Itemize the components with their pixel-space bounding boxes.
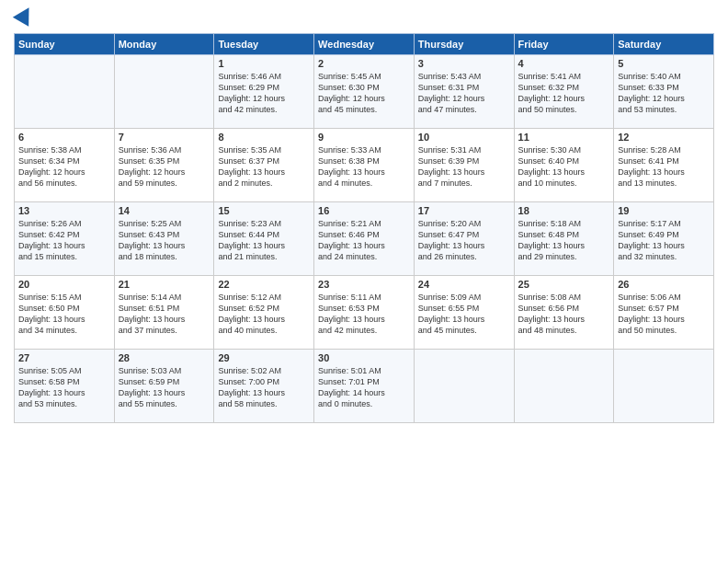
cell-day-content: Sunrise: 5:35 AMSunset: 6:37 PMDaylight:…	[218, 144, 310, 190]
cell-day-number: 14	[119, 205, 210, 216]
cell-day-number: 26	[618, 279, 710, 290]
cell-day-number: 25	[518, 279, 610, 290]
calendar-cell	[514, 350, 614, 423]
calendar-cell: 29Sunrise: 5:02 AMSunset: 7:00 PMDayligh…	[214, 350, 314, 423]
cell-day-content: Sunrise: 5:20 AMSunset: 6:47 PMDaylight:…	[418, 218, 510, 263]
cell-day-content: Sunrise: 5:14 AMSunset: 6:51 PMDaylight:…	[119, 292, 210, 337]
cell-day-number: 11	[518, 132, 610, 143]
weekday-header-friday: Friday	[514, 34, 614, 55]
calendar-cell: 18Sunrise: 5:18 AMSunset: 6:48 PMDayligh…	[514, 202, 614, 276]
cell-day-content: Sunrise: 5:23 AMSunset: 6:44 PMDaylight:…	[218, 218, 310, 263]
cell-day-content: Sunrise: 5:06 AMSunset: 6:57 PMDaylight:…	[618, 292, 710, 337]
calendar-cell: 25Sunrise: 5:08 AMSunset: 6:56 PMDayligh…	[514, 276, 614, 350]
cell-day-number: 4	[518, 58, 610, 69]
calendar-cell: 8Sunrise: 5:35 AMSunset: 6:37 PMDaylight…	[214, 129, 314, 202]
calendar-cell: 3Sunrise: 5:43 AMSunset: 6:31 PMDaylight…	[414, 55, 514, 129]
logo	[14, 9, 34, 26]
cell-day-content: Sunrise: 5:33 AMSunset: 6:38 PMDaylight:…	[318, 144, 410, 190]
cell-day-number: 16	[318, 205, 410, 216]
calendar-cell: 26Sunrise: 5:06 AMSunset: 6:57 PMDayligh…	[614, 276, 714, 350]
cell-day-content: Sunrise: 5:17 AMSunset: 6:49 PMDaylight:…	[618, 218, 710, 263]
cell-day-number: 20	[18, 279, 110, 290]
cell-day-content: Sunrise: 5:18 AMSunset: 6:48 PMDaylight:…	[518, 218, 610, 263]
cell-day-content: Sunrise: 5:31 AMSunset: 6:39 PMDaylight:…	[418, 144, 510, 190]
weekday-header-tuesday: Tuesday	[214, 34, 314, 55]
cell-day-number: 30	[318, 352, 410, 363]
calendar-cell	[414, 350, 514, 423]
calendar-cell: 1Sunrise: 5:46 AMSunset: 6:29 PMDaylight…	[214, 55, 314, 129]
cell-day-number: 24	[418, 279, 510, 290]
cell-day-number: 7	[119, 132, 210, 143]
calendar-cell: 4Sunrise: 5:41 AMSunset: 6:32 PMDaylight…	[514, 55, 614, 129]
cell-day-number: 9	[318, 132, 410, 143]
cell-day-number: 8	[218, 132, 310, 143]
cell-day-number: 15	[218, 205, 310, 216]
calendar-cell: 22Sunrise: 5:12 AMSunset: 6:52 PMDayligh…	[214, 276, 314, 350]
cell-day-content: Sunrise: 5:15 AMSunset: 6:50 PMDaylight:…	[18, 292, 110, 337]
cell-day-number: 19	[618, 205, 710, 216]
cell-day-content: Sunrise: 5:12 AMSunset: 6:52 PMDaylight:…	[218, 292, 310, 337]
calendar-cell: 24Sunrise: 5:09 AMSunset: 6:55 PMDayligh…	[414, 276, 514, 350]
cell-day-number: 1	[218, 58, 310, 69]
cell-day-number: 17	[418, 205, 510, 216]
calendar-cell: 21Sunrise: 5:14 AMSunset: 6:51 PMDayligh…	[114, 276, 214, 350]
calendar-cell: 6Sunrise: 5:38 AMSunset: 6:34 PMDaylight…	[15, 129, 115, 202]
cell-day-number: 23	[318, 279, 410, 290]
calendar-cell: 20Sunrise: 5:15 AMSunset: 6:50 PMDayligh…	[15, 276, 115, 350]
cell-day-number: 29	[218, 352, 310, 363]
cell-day-content: Sunrise: 5:46 AMSunset: 6:29 PMDaylight:…	[218, 71, 310, 116]
calendar-header-row: SundayMondayTuesdayWednesdayThursdayFrid…	[15, 34, 714, 55]
calendar-cell: 14Sunrise: 5:25 AMSunset: 6:43 PMDayligh…	[114, 202, 214, 276]
calendar-cell: 9Sunrise: 5:33 AMSunset: 6:38 PMDaylight…	[314, 129, 415, 202]
calendar-cell: 5Sunrise: 5:40 AMSunset: 6:33 PMDaylight…	[614, 55, 714, 129]
calendar-cell: 11Sunrise: 5:30 AMSunset: 6:40 PMDayligh…	[514, 129, 614, 202]
weekday-header-sunday: Sunday	[15, 34, 115, 55]
calendar-week-1: 1Sunrise: 5:46 AMSunset: 6:29 PMDaylight…	[15, 55, 714, 129]
calendar-week-2: 6Sunrise: 5:38 AMSunset: 6:34 PMDaylight…	[15, 129, 714, 202]
weekday-header-monday: Monday	[114, 34, 214, 55]
calendar-cell: 19Sunrise: 5:17 AMSunset: 6:49 PMDayligh…	[614, 202, 714, 276]
cell-day-number: 3	[418, 58, 510, 69]
cell-day-content: Sunrise: 5:43 AMSunset: 6:31 PMDaylight:…	[418, 71, 510, 116]
cell-day-content: Sunrise: 5:26 AMSunset: 6:42 PMDaylight:…	[18, 218, 110, 263]
cell-day-content: Sunrise: 5:01 AMSunset: 7:01 PMDaylight:…	[318, 365, 410, 410]
cell-day-content: Sunrise: 5:05 AMSunset: 6:58 PMDaylight:…	[18, 365, 110, 410]
logo-triangle-icon	[13, 3, 37, 27]
cell-day-number: 6	[18, 132, 110, 143]
cell-day-number: 18	[518, 205, 610, 216]
cell-day-content: Sunrise: 5:09 AMSunset: 6:55 PMDaylight:…	[418, 292, 510, 337]
cell-day-content: Sunrise: 5:40 AMSunset: 6:33 PMDaylight:…	[618, 71, 710, 116]
cell-day-content: Sunrise: 5:36 AMSunset: 6:35 PMDaylight:…	[119, 144, 210, 190]
cell-day-number: 28	[119, 352, 210, 363]
calendar-cell: 10Sunrise: 5:31 AMSunset: 6:39 PMDayligh…	[414, 129, 514, 202]
cell-day-content: Sunrise: 5:30 AMSunset: 6:40 PMDaylight:…	[518, 144, 610, 190]
cell-day-number: 27	[18, 352, 110, 363]
calendar-cell: 16Sunrise: 5:21 AMSunset: 6:46 PMDayligh…	[314, 202, 415, 276]
calendar-cell: 12Sunrise: 5:28 AMSunset: 6:41 PMDayligh…	[614, 129, 714, 202]
weekday-header-saturday: Saturday	[614, 34, 714, 55]
cell-day-content: Sunrise: 5:38 AMSunset: 6:34 PMDaylight:…	[18, 144, 110, 190]
calendar-cell: 30Sunrise: 5:01 AMSunset: 7:01 PMDayligh…	[314, 350, 415, 423]
calendar-cell: 17Sunrise: 5:20 AMSunset: 6:47 PMDayligh…	[414, 202, 514, 276]
calendar-cell: 2Sunrise: 5:45 AMSunset: 6:30 PMDaylight…	[314, 55, 415, 129]
cell-day-number: 13	[18, 205, 110, 216]
calendar-week-4: 20Sunrise: 5:15 AMSunset: 6:50 PMDayligh…	[15, 276, 714, 350]
calendar-week-5: 27Sunrise: 5:05 AMSunset: 6:58 PMDayligh…	[15, 350, 714, 423]
calendar-week-3: 13Sunrise: 5:26 AMSunset: 6:42 PMDayligh…	[15, 202, 714, 276]
cell-day-content: Sunrise: 5:28 AMSunset: 6:41 PMDaylight:…	[618, 144, 710, 190]
calendar-cell: 7Sunrise: 5:36 AMSunset: 6:35 PMDaylight…	[114, 129, 214, 202]
calendar-cell: 13Sunrise: 5:26 AMSunset: 6:42 PMDayligh…	[15, 202, 115, 276]
cell-day-content: Sunrise: 5:21 AMSunset: 6:46 PMDaylight:…	[318, 218, 410, 263]
header	[14, 9, 714, 26]
calendar-cell	[114, 55, 214, 129]
calendar-cell: 23Sunrise: 5:11 AMSunset: 6:53 PMDayligh…	[314, 276, 415, 350]
cell-day-content: Sunrise: 5:08 AMSunset: 6:56 PMDaylight:…	[518, 292, 610, 337]
calendar-table: SundayMondayTuesdayWednesdayThursdayFrid…	[14, 33, 714, 423]
weekday-header-wednesday: Wednesday	[314, 34, 415, 55]
page: SundayMondayTuesdayWednesdayThursdayFrid…	[0, 0, 728, 563]
cell-day-content: Sunrise: 5:11 AMSunset: 6:53 PMDaylight:…	[318, 292, 410, 337]
cell-day-content: Sunrise: 5:02 AMSunset: 7:00 PMDaylight:…	[218, 365, 310, 410]
cell-day-number: 10	[418, 132, 510, 143]
calendar-cell	[614, 350, 714, 423]
cell-day-number: 12	[618, 132, 710, 143]
